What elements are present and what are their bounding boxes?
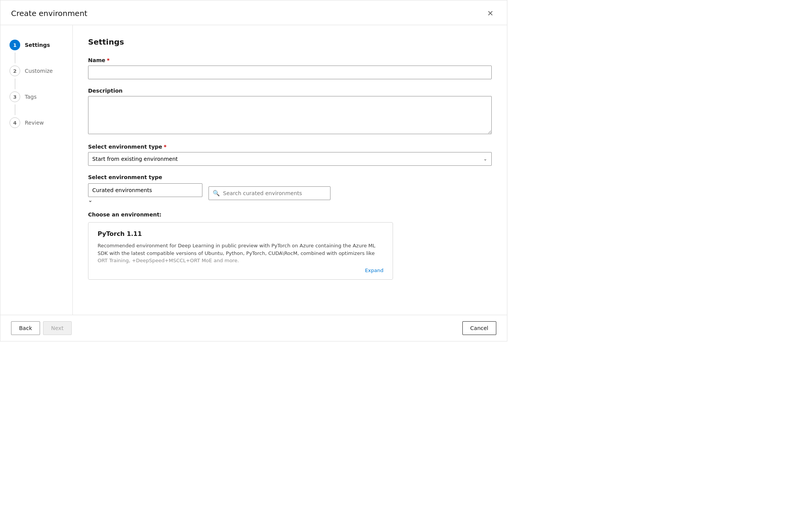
name-label: Name * (88, 57, 492, 63)
next-button: Next (43, 321, 72, 335)
description-label: Description (88, 88, 492, 94)
create-environment-dialog: Create environment ✕ 1 Settings 2 (0, 0, 507, 341)
step-4-number: 4 (13, 120, 16, 126)
expand-link[interactable]: Expand (98, 268, 383, 273)
step-3-number: 3 (13, 94, 16, 100)
main-content: Settings Name * Description Select env (73, 25, 507, 315)
step-2-label: Customize (25, 68, 53, 74)
env-type-main-field-group: Select environment type * Start from exi… (88, 144, 492, 166)
name-field-group: Name * (88, 57, 492, 79)
step-4-row: 4 Review (10, 115, 65, 130)
step-line-1-2 (10, 53, 20, 63)
search-box[interactable]: 🔍 (209, 186, 330, 200)
step-2-number: 2 (13, 68, 16, 74)
step-3-label: Tags (25, 94, 37, 100)
env-card-desc-line1: Recommended environment for Deep Learnin… (98, 243, 375, 248)
connector-line (15, 79, 15, 89)
env-type-main-label: Select environment type * (88, 144, 492, 150)
step-4-circle: 4 (10, 117, 20, 128)
step-3-row: 3 Tags (10, 89, 65, 104)
step-2-row: 2 Customize (10, 63, 65, 79)
step-1-circle: 1 (10, 40, 20, 50)
step-4-label: Review (25, 120, 44, 126)
step-line-2-3 (10, 79, 20, 89)
env-type-required-star: * (164, 144, 167, 150)
choose-env-label: Choose an environment: (88, 212, 492, 218)
step-1-row: 1 Settings (10, 37, 65, 53)
description-input[interactable] (88, 96, 492, 134)
search-icon: 🔍 (213, 190, 220, 197)
settings-title: Settings (88, 37, 492, 46)
step-2-circle: 2 (10, 66, 20, 76)
name-required-star: * (107, 57, 109, 63)
step-1-number: 1 (13, 42, 16, 48)
cancel-button[interactable]: Cancel (462, 321, 496, 335)
env-type-sub-field-group: Select environment type Curated environm… (88, 174, 492, 203)
env-type-sub-dropdown-wrap: Curated environments Custom environments… (88, 183, 202, 203)
name-input[interactable] (88, 66, 492, 79)
dialog-footer: Back Next Cancel (0, 315, 507, 341)
step-line-3-4 (10, 104, 20, 115)
env-type-sub-label: Select environment type (88, 174, 492, 180)
step-3-circle: 3 (10, 91, 20, 102)
dialog-header: Create environment ✕ (0, 0, 507, 25)
env-type-sub-row: Curated environments Custom environments… (88, 183, 492, 203)
dialog-title: Create environment (11, 9, 87, 18)
env-type-main-wrapper: Start from existing environment Create a… (88, 152, 492, 166)
env-card-desc-line3: ORT Training, +DeepSpeed+MSCCL+ORT MoE a… (98, 258, 239, 263)
connector-line (15, 53, 15, 63)
step-1-label: Settings (25, 42, 50, 48)
back-button[interactable]: Back (11, 321, 40, 335)
description-field-group: Description (88, 88, 492, 135)
env-type-main-dropdown[interactable]: Start from existing environment Create a… (88, 152, 492, 166)
env-card-title: PyTorch 1.11 (98, 230, 383, 237)
env-card-desc-line2: SDK with the latest compatible versions … (98, 250, 375, 256)
close-button[interactable]: ✕ (484, 7, 496, 19)
env-card-description: Recommended environment for Deep Learnin… (98, 242, 383, 264)
close-icon: ✕ (487, 9, 494, 18)
search-input[interactable] (223, 190, 326, 196)
dialog-body: 1 Settings 2 Customize 3 (0, 25, 507, 315)
sidebar-steps: 1 Settings 2 Customize 3 (0, 25, 73, 315)
env-type-sub-chevron-icon: ⌄ (88, 197, 93, 203)
env-card: PyTorch 1.11 Recommended environment for… (88, 222, 393, 280)
env-type-sub-dropdown[interactable]: Curated environments Custom environments (88, 183, 202, 197)
connector-line (15, 104, 15, 115)
